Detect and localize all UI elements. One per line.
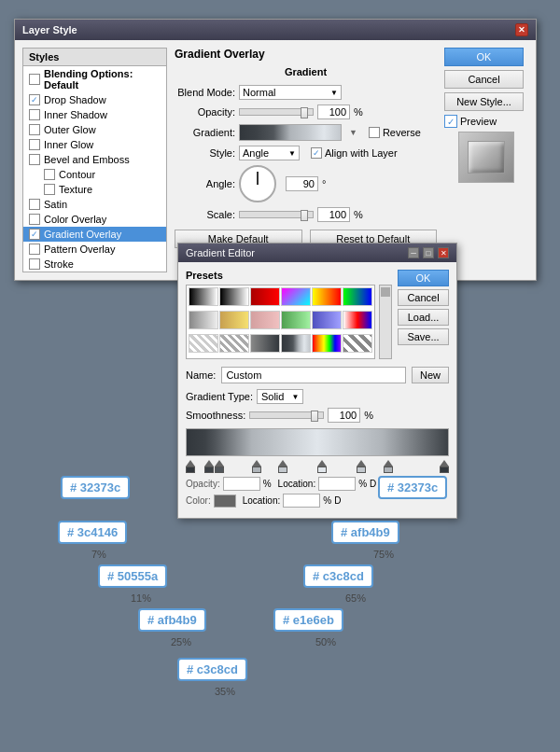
new-style-button[interactable]: New Style... [444,92,524,111]
preset-swatch-5[interactable] [343,287,372,306]
drop-shadow-checkbox[interactable]: ✓ [29,94,40,105]
ge-side-buttons: OK Cancel Load... Save... [398,270,449,367]
dialog-titlebar: Layer Style ✕ [15,20,536,40]
preset-swatch-8[interactable] [250,311,280,329]
inner-shadow-checkbox[interactable] [29,109,40,120]
preset-swatch-6[interactable] [189,311,218,329]
ge-presets-scrollbar[interactable] [379,285,392,359]
gradient-preview[interactable] [239,124,342,141]
ge-smoothness-slider[interactable] [249,411,324,419]
ge-smoothness-input[interactable]: 100 [328,408,360,423]
sidebar-item-contour[interactable]: Contour [23,167,166,182]
stop-marker-35[interactable] [278,460,287,473]
stop-color [317,467,327,473]
angle-input[interactable]: 90 [286,176,318,191]
align-checkbox[interactable]: ✓ [311,147,322,159]
ge-ok-button[interactable]: OK [398,270,449,286]
preset-swatch-9[interactable] [281,311,311,329]
sidebar-item-texture[interactable]: Texture [23,182,166,197]
sidebar-item-color-overlay[interactable]: Color Overlay [23,212,166,227]
preset-swatch-0[interactable] [189,287,218,306]
preset-swatch-17[interactable] [343,334,372,353]
preset-swatch-13[interactable] [219,334,249,353]
sidebar-item-bevel[interactable]: Bevel and Emboss [23,152,166,167]
stop-marker-50[interactable] [317,460,327,473]
scale-slider[interactable] [239,211,314,218]
contour-checkbox[interactable] [44,169,55,180]
color-overlay-checkbox[interactable] [29,214,40,225]
reverse-checkbox[interactable] [369,127,380,138]
annotation-afb4b9-25: # afb4b9 [138,608,206,632]
stop-marker-75[interactable] [384,460,393,473]
sidebar-item-blending[interactable]: Blending Options: Default [23,66,166,92]
sidebar-item-outer-glow[interactable]: Outer Glow [23,122,166,137]
ge-gradient-bar[interactable] [186,428,449,456]
ge-name-input[interactable]: Custom [221,367,406,383]
scale-input[interactable]: 100 [317,207,350,222]
preset-swatch-11[interactable] [343,311,372,329]
sidebar-item-satin[interactable]: Satin [23,197,166,212]
ge-stop-color-swatch[interactable] [214,494,236,508]
ge-close-icon[interactable]: ✕ [438,247,449,258]
ge-minimize-icon[interactable]: ─ [408,247,419,258]
ok-button[interactable]: OK [444,48,524,66]
gradient-overlay-checkbox[interactable]: ✓ [29,229,40,240]
stop-marker-25[interactable] [252,460,261,473]
preview-checkbox[interactable]: ✓ [444,115,457,128]
bevel-checkbox[interactable] [29,154,40,165]
ge-load-button[interactable]: Load... [398,309,449,326]
stop-triangle [252,460,261,467]
pct-35: 35% [215,686,235,697]
opacity-slider[interactable] [239,108,314,116]
stop-triangle [215,460,224,467]
ge-new-button[interactable]: New [412,367,449,383]
preset-swatch-1[interactable] [219,287,249,306]
blend-mode-select[interactable]: Normal ▼ [239,85,342,100]
close-icon[interactable]: ✕ [515,23,528,36]
preset-swatch-7[interactable] [219,311,249,329]
stop-marker-0[interactable] [186,460,195,473]
ge-save-button[interactable]: Save... [398,328,449,345]
sidebar-item-pattern-overlay[interactable]: Pattern Overlay [23,242,166,257]
satin-checkbox[interactable] [29,199,40,210]
style-select[interactable]: Angle ▼ [239,146,300,160]
sidebar-item-inner-shadow[interactable]: Inner Shadow [23,107,166,122]
preset-swatch-3[interactable] [281,287,311,306]
sidebar-item-stroke[interactable]: Stroke [23,257,166,272]
angle-dial[interactable] [239,165,276,202]
annotation-afb4b9-75: # afb4b9 [331,521,399,544]
cancel-button[interactable]: Cancel [444,70,524,89]
outer-glow-checkbox[interactable] [29,124,40,135]
blend-mode-arrow-icon: ▼ [330,89,338,97]
preset-swatch-2[interactable] [250,287,280,306]
texture-checkbox[interactable] [44,184,55,195]
preset-swatch-16[interactable] [312,334,342,353]
stop-marker-100[interactable] [440,460,449,473]
stroke-checkbox[interactable] [29,258,40,270]
blend-mode-row: Blend Mode: Normal ▼ [175,85,437,100]
stop-marker-11[interactable] [215,460,224,473]
ge-type-select[interactable]: Solid ▼ [257,389,303,404]
preset-swatch-10[interactable] [312,311,342,329]
sidebar-item-inner-glow[interactable]: Inner Glow [23,137,166,152]
ge-smoothness-label: Smoothness: [186,410,245,421]
sidebar-item-drop-shadow[interactable]: ✓ Drop Shadow [23,92,166,107]
ge-cancel-button[interactable]: Cancel [398,289,449,306]
preset-swatch-4[interactable] [312,287,342,306]
ge-stop-opacity-input[interactable] [223,477,260,491]
preset-swatch-12[interactable] [189,334,218,353]
ge-opacity-location-input[interactable] [318,477,356,491]
pattern-overlay-checkbox[interactable] [29,244,40,255]
opacity-slider-thumb [301,107,308,118]
sidebar-item-gradient-overlay[interactable]: ✓ Gradient Overlay [23,227,166,242]
ge-maximize-icon[interactable]: □ [423,247,434,258]
stop-marker-7[interactable] [204,460,214,473]
ge-color-location-input[interactable] [283,494,320,508]
preset-swatch-14[interactable] [250,334,280,353]
inner-glow-checkbox[interactable] [29,139,40,150]
preset-swatch-15[interactable] [281,334,311,353]
blending-checkbox[interactable] [29,74,40,85]
stop-marker-65[interactable] [357,460,366,473]
stop-color [204,467,214,473]
opacity-input[interactable]: 100 [317,104,350,119]
